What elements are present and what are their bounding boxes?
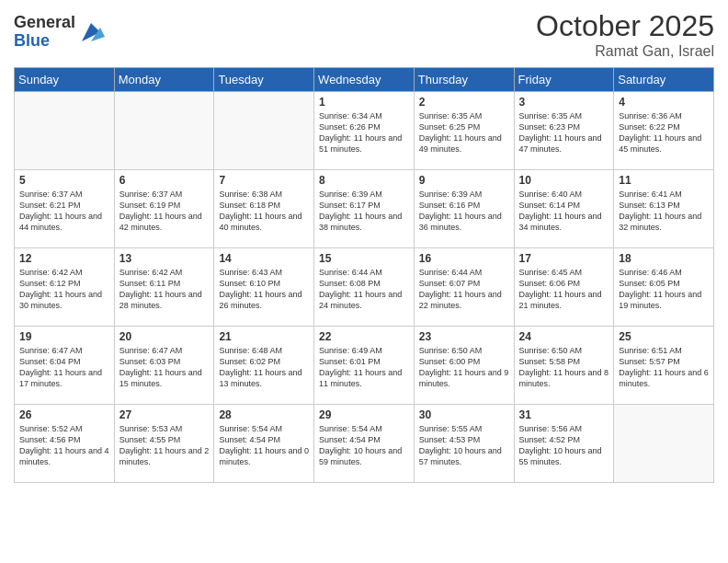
day-number: 31 <box>519 408 609 421</box>
calendar-cell: 26Sunrise: 5:52 AMSunset: 4:56 PMDayligh… <box>15 405 115 483</box>
weekday-header: Saturday <box>614 68 714 92</box>
logo-text: General Blue <box>14 14 75 51</box>
calendar-cell: 15Sunrise: 6:44 AMSunset: 6:08 PMDayligh… <box>314 248 415 327</box>
cell-details: Sunrise: 6:40 AMSunset: 6:14 PMDaylight:… <box>519 189 609 234</box>
weekday-header: Monday <box>114 68 214 92</box>
cell-details: Sunrise: 6:38 AMSunset: 6:18 PMDaylight:… <box>219 189 309 234</box>
cell-details: Sunrise: 6:42 AMSunset: 6:12 PMDaylight:… <box>19 267 109 312</box>
calendar-cell: 16Sunrise: 6:44 AMSunset: 6:07 PMDayligh… <box>414 248 514 327</box>
calendar-cell: 3Sunrise: 6:35 AMSunset: 6:23 PMDaylight… <box>514 92 614 170</box>
calendar-cell: 20Sunrise: 6:47 AMSunset: 6:03 PMDayligh… <box>114 327 214 405</box>
cell-details: Sunrise: 5:55 AMSunset: 4:53 PMDaylight:… <box>419 423 509 468</box>
calendar-cell: 4Sunrise: 6:36 AMSunset: 6:22 PMDaylight… <box>614 92 714 170</box>
cell-details: Sunrise: 6:44 AMSunset: 6:07 PMDaylight:… <box>419 267 509 312</box>
day-number: 9 <box>419 174 509 187</box>
calendar-cell: 22Sunrise: 6:49 AMSunset: 6:01 PMDayligh… <box>314 327 415 405</box>
cell-details: Sunrise: 6:34 AMSunset: 6:26 PMDaylight:… <box>319 110 409 155</box>
calendar-cell <box>114 92 214 170</box>
day-number: 16 <box>419 252 509 265</box>
calendar-cell: 19Sunrise: 6:47 AMSunset: 6:04 PMDayligh… <box>15 327 115 405</box>
calendar-cell: 31Sunrise: 5:56 AMSunset: 4:52 PMDayligh… <box>514 405 614 483</box>
calendar-cell <box>614 405 714 483</box>
calendar-header-row: SundayMondayTuesdayWednesdayThursdayFrid… <box>15 68 714 92</box>
day-number: 14 <box>219 252 309 265</box>
cell-details: Sunrise: 6:48 AMSunset: 6:02 PMDaylight:… <box>219 345 309 390</box>
cell-details: Sunrise: 6:39 AMSunset: 6:16 PMDaylight:… <box>419 189 509 234</box>
calendar-cell: 14Sunrise: 6:43 AMSunset: 6:10 PMDayligh… <box>214 248 314 327</box>
cell-details: Sunrise: 5:54 AMSunset: 4:54 PMDaylight:… <box>319 423 409 468</box>
calendar-cell: 18Sunrise: 6:46 AMSunset: 6:05 PMDayligh… <box>614 248 714 327</box>
month-title: October 2025 <box>536 9 714 43</box>
day-number: 24 <box>519 330 609 343</box>
calendar-cell: 25Sunrise: 6:51 AMSunset: 5:57 PMDayligh… <box>614 327 714 405</box>
day-number: 4 <box>619 96 709 109</box>
calendar-cell: 23Sunrise: 6:50 AMSunset: 6:00 PMDayligh… <box>414 327 514 405</box>
calendar-cell: 13Sunrise: 6:42 AMSunset: 6:11 PMDayligh… <box>114 248 214 327</box>
logo-blue: Blue <box>14 32 75 51</box>
day-number: 27 <box>119 408 210 421</box>
weekday-header: Wednesday <box>314 68 415 92</box>
calendar-cell: 10Sunrise: 6:40 AMSunset: 6:14 PMDayligh… <box>514 170 614 248</box>
cell-details: Sunrise: 6:49 AMSunset: 6:01 PMDaylight:… <box>319 345 409 390</box>
cell-details: Sunrise: 6:50 AMSunset: 6:00 PMDaylight:… <box>419 345 509 390</box>
day-number: 15 <box>319 252 409 265</box>
day-number: 25 <box>619 330 709 343</box>
calendar-week-row: 19Sunrise: 6:47 AMSunset: 6:04 PMDayligh… <box>15 327 714 405</box>
calendar-cell: 29Sunrise: 5:54 AMSunset: 4:54 PMDayligh… <box>314 405 415 483</box>
day-number: 22 <box>319 330 409 343</box>
day-number: 29 <box>319 408 409 421</box>
day-number: 21 <box>219 330 309 343</box>
calendar-cell: 1Sunrise: 6:34 AMSunset: 6:26 PMDaylight… <box>314 92 415 170</box>
cell-details: Sunrise: 6:44 AMSunset: 6:08 PMDaylight:… <box>319 267 409 312</box>
calendar-cell: 6Sunrise: 6:37 AMSunset: 6:19 PMDaylight… <box>114 170 214 248</box>
cell-details: Sunrise: 6:47 AMSunset: 6:04 PMDaylight:… <box>19 345 109 390</box>
weekday-header: Tuesday <box>214 68 314 92</box>
day-number: 28 <box>219 408 309 421</box>
cell-details: Sunrise: 6:35 AMSunset: 6:25 PMDaylight:… <box>419 110 509 155</box>
cell-details: Sunrise: 6:45 AMSunset: 6:06 PMDaylight:… <box>519 267 609 312</box>
cell-details: Sunrise: 6:39 AMSunset: 6:17 PMDaylight:… <box>319 189 409 234</box>
day-number: 17 <box>519 252 609 265</box>
location: Ramat Gan, Israel <box>536 43 714 60</box>
page: General Blue October 2025 Ramat Gan, Isr… <box>0 0 728 563</box>
day-number: 26 <box>19 408 109 421</box>
logo-icon <box>77 18 105 46</box>
calendar-cell: 24Sunrise: 6:50 AMSunset: 5:58 PMDayligh… <box>514 327 614 405</box>
cell-details: Sunrise: 6:51 AMSunset: 5:57 PMDaylight:… <box>619 345 709 390</box>
calendar-table: SundayMondayTuesdayWednesdayThursdayFrid… <box>14 67 714 483</box>
weekday-header: Thursday <box>414 68 514 92</box>
cell-details: Sunrise: 6:37 AMSunset: 6:21 PMDaylight:… <box>19 189 109 234</box>
day-number: 30 <box>419 408 509 421</box>
day-number: 1 <box>319 96 409 109</box>
calendar-cell: 12Sunrise: 6:42 AMSunset: 6:12 PMDayligh… <box>15 248 115 327</box>
cell-details: Sunrise: 6:47 AMSunset: 6:03 PMDaylight:… <box>119 345 210 390</box>
calendar-cell: 8Sunrise: 6:39 AMSunset: 6:17 PMDaylight… <box>314 170 415 248</box>
calendar-week-row: 1Sunrise: 6:34 AMSunset: 6:26 PMDaylight… <box>15 92 714 170</box>
cell-details: Sunrise: 6:43 AMSunset: 6:10 PMDaylight:… <box>219 267 309 312</box>
cell-details: Sunrise: 6:50 AMSunset: 5:58 PMDaylight:… <box>519 345 609 390</box>
calendar-cell <box>214 92 314 170</box>
day-number: 23 <box>419 330 509 343</box>
day-number: 6 <box>119 174 210 187</box>
calendar-cell <box>15 92 115 170</box>
day-number: 19 <box>19 330 109 343</box>
cell-details: Sunrise: 6:41 AMSunset: 6:13 PMDaylight:… <box>619 189 709 234</box>
calendar-cell: 17Sunrise: 6:45 AMSunset: 6:06 PMDayligh… <box>514 248 614 327</box>
day-number: 20 <box>119 330 210 343</box>
calendar-cell: 30Sunrise: 5:55 AMSunset: 4:53 PMDayligh… <box>414 405 514 483</box>
day-number: 12 <box>19 252 109 265</box>
logo: General Blue <box>14 14 105 51</box>
day-number: 18 <box>619 252 709 265</box>
calendar-cell: 7Sunrise: 6:38 AMSunset: 6:18 PMDaylight… <box>214 170 314 248</box>
weekday-header: Friday <box>514 68 614 92</box>
day-number: 8 <box>319 174 409 187</box>
calendar-cell: 28Sunrise: 5:54 AMSunset: 4:54 PMDayligh… <box>214 405 314 483</box>
title-section: October 2025 Ramat Gan, Israel <box>536 9 714 60</box>
calendar-cell: 11Sunrise: 6:41 AMSunset: 6:13 PMDayligh… <box>614 170 714 248</box>
calendar-cell: 9Sunrise: 6:39 AMSunset: 6:16 PMDaylight… <box>414 170 514 248</box>
day-number: 3 <box>519 96 609 109</box>
calendar-cell: 27Sunrise: 5:53 AMSunset: 4:55 PMDayligh… <box>114 405 214 483</box>
calendar-week-row: 12Sunrise: 6:42 AMSunset: 6:12 PMDayligh… <box>15 248 714 327</box>
header: General Blue October 2025 Ramat Gan, Isr… <box>14 9 714 60</box>
cell-details: Sunrise: 5:54 AMSunset: 4:54 PMDaylight:… <box>219 423 309 468</box>
